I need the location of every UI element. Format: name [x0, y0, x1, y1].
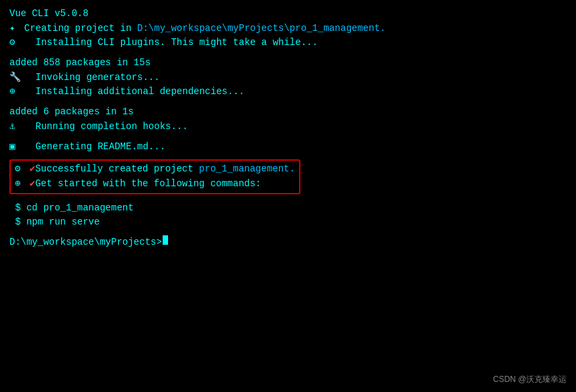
gear2-icon: ⚙ [15, 162, 30, 177]
line-success-2: ⊕ ✔ Get started with the following comma… [15, 177, 295, 192]
invoking-text: Invoking generators... [24, 71, 160, 85]
blank-4 [9, 154, 567, 159]
line-generating: ▣ Generating README.md... [9, 140, 567, 155]
circle2-icon: ⊕ [15, 177, 30, 192]
line-running-hooks: ⚓ Running completion hooks... [9, 120, 567, 134]
star-icon: ✦ [9, 22, 24, 36]
creating-text: Creating project in [24, 22, 137, 36]
line-installing-cli: ⚙ Installing CLI plugins. This might tak… [9, 36, 567, 50]
blank-2 [9, 100, 567, 105]
success-box: ⚙ ✔ Successfully created project pro_1_m… [9, 159, 300, 194]
plus-circle-icon: ⊕ [9, 85, 24, 100]
blank-5 [9, 196, 567, 201]
added-6-text: added 6 packages in 1s [9, 105, 134, 120]
line-installing-deps: ⊕ Installing additional dependencies... [9, 85, 567, 100]
success-text-2: Get started with the following commands: [35, 177, 261, 192]
line-prompt: D:\my_workspace\myProjects> [9, 235, 567, 250]
cursor [163, 235, 168, 245]
gear-icon: ⚙ [9, 36, 24, 50]
line-invoking: 🔧 Invoking generators... [9, 71, 567, 85]
prompt-text: D:\my_workspace\myProjects> [9, 235, 162, 250]
cmd-npm-text: $ npm run serve [9, 215, 99, 230]
line-cmd-npm: $ npm run serve [9, 215, 567, 230]
terminal-window: Vue CLI v5.0.8 ✦ Creating project in D:\… [0, 0, 576, 392]
blank-1 [9, 50, 567, 56]
vue-version-text: Vue CLI v5.0.8 [9, 7, 89, 22]
watermark: CSDN @沃克臻幸运 [493, 374, 567, 385]
success-text-1: Successfully created project [35, 162, 199, 177]
blank-6 [9, 230, 567, 235]
project-name: pro_1_management. [199, 162, 295, 177]
line-cmd-cd: $ cd pro_1_management [9, 201, 567, 216]
installing-cli-text: Installing CLI plugins. This might take … [24, 36, 318, 50]
file-icon: ▣ [9, 140, 24, 155]
line-vue-version: Vue CLI v5.0.8 [9, 7, 567, 22]
line-added-6: added 6 packages in 1s [9, 105, 567, 120]
line-creating: ✦ Creating project in D:\my_workspace\my… [9, 22, 567, 36]
line-added-858: added 858 packages in 15s [9, 56, 567, 71]
running-hooks-text: Running completion hooks... [24, 120, 188, 134]
installing-deps-text: Installing additional dependencies... [24, 85, 245, 100]
blank-3 [9, 134, 567, 140]
anchor-icon: ⚓ [9, 120, 24, 134]
added-858-text: added 858 packages in 15s [9, 56, 151, 71]
project-path: D:\my_workspace\myProjects\pro_1_managem… [137, 22, 386, 36]
line-success-1: ⚙ ✔ Successfully created project pro_1_m… [15, 162, 295, 177]
check-icon-2: ✔ [30, 177, 35, 192]
generating-text: Generating README.md... [24, 140, 165, 155]
wrench-icon: 🔧 [9, 71, 24, 85]
check-icon-1: ✔ [30, 162, 35, 177]
cmd-cd-text: $ cd pro_1_management [9, 201, 134, 216]
